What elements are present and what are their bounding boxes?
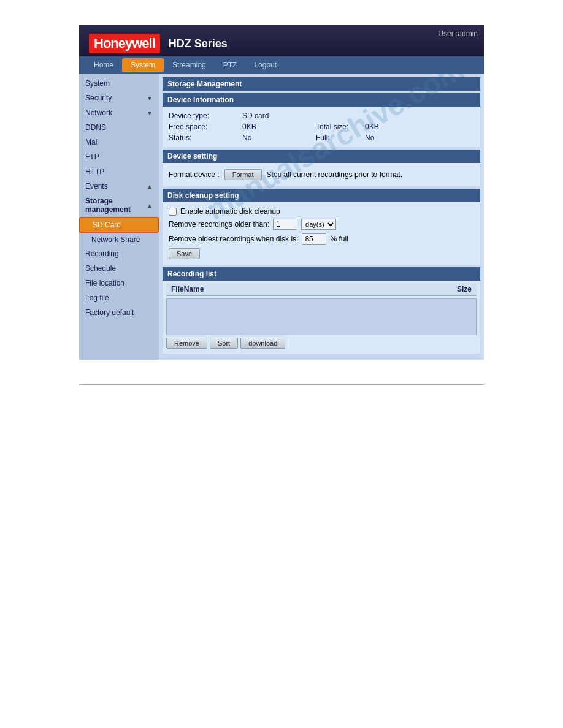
device-setting-header: Device setting: [163, 150, 480, 163]
percent-full-label: % full: [330, 235, 348, 243]
total-size-label: Total size:: [316, 123, 365, 131]
col-filename: FileName: [166, 283, 363, 296]
remove-disk-input[interactable]: [302, 233, 326, 245]
security-arrow-icon: ▼: [147, 95, 153, 102]
remove-older-input[interactable]: [273, 219, 297, 230]
free-space-row: Free space: 0KB Total size: 0KB: [169, 121, 474, 132]
content-area: manualsarchive.com Storage Management De…: [159, 74, 484, 360]
main-layout: System Security ▼ Network ▼ DDNS Mail FT…: [79, 74, 484, 360]
sidebar-item-schedule[interactable]: Schedule: [79, 261, 159, 276]
sidebar-item-http[interactable]: HTTP: [79, 164, 159, 179]
free-space-label: Free space:: [169, 123, 242, 131]
days-select[interactable]: day(s): [301, 219, 336, 230]
network-arrow-icon: ▼: [147, 110, 153, 116]
page-wrapper: Honeywell HDZ Series User :admin Home Sy…: [79, 25, 484, 385]
status-row: Status: No Full: No: [169, 132, 474, 143]
nav-ptz[interactable]: PTZ: [215, 58, 246, 72]
sidebar-item-system[interactable]: System: [79, 76, 159, 91]
format-button[interactable]: Format: [224, 169, 262, 180]
sidebar-item-sd-card[interactable]: SD Card: [79, 217, 159, 233]
device-setting-body: Format device : Format Stop all current …: [163, 163, 480, 186]
sidebar-item-ftp[interactable]: FTP: [79, 150, 159, 164]
disk-cleanup-body: Enable automatic disk cleanup Remove rec…: [163, 202, 480, 265]
remove-older-row: Remove recordings older than: day(s): [169, 217, 474, 232]
save-row: Save: [169, 246, 474, 261]
navbar: Home System Streaming PTZ Logout: [79, 56, 484, 74]
status-label: Status:: [169, 134, 242, 142]
enable-cleanup-row: Enable automatic disk cleanup: [169, 206, 474, 217]
nav-system[interactable]: System: [122, 58, 164, 72]
recording-list-header: Recording list: [163, 267, 480, 281]
status-value: No: [242, 134, 291, 142]
events-arrow-icon: ▲: [147, 183, 153, 190]
nav-logout[interactable]: Logout: [245, 58, 285, 72]
sidebar-item-network-share[interactable]: Network Share: [79, 233, 159, 246]
device-info-body: Device type: SD card Free space: 0KB Tot…: [163, 107, 480, 147]
sidebar-item-mail[interactable]: Mail: [79, 135, 159, 150]
save-button[interactable]: Save: [169, 248, 200, 259]
header: Honeywell HDZ Series User :admin: [79, 25, 484, 56]
format-device-label: Format device :: [169, 170, 220, 179]
logo-honeywell: Honeywell: [89, 34, 160, 53]
enable-cleanup-checkbox[interactable]: [169, 208, 177, 216]
sidebar-item-security[interactable]: Security ▼: [79, 91, 159, 105]
logo-series: HDZ Series: [169, 37, 228, 50]
sort-button[interactable]: Sort: [210, 338, 238, 349]
enable-cleanup-label: Enable automatic disk cleanup: [180, 207, 280, 216]
footer-divider: [79, 384, 484, 385]
full-label: Full:: [316, 134, 365, 142]
full-value: No: [365, 134, 374, 142]
sidebar-item-storage-management[interactable]: Storage management ▲: [79, 194, 159, 217]
format-note: Stop all current recordings prior to for…: [267, 170, 402, 179]
device-type-label: Device type:: [169, 112, 242, 120]
page-title: Storage Management: [163, 77, 480, 91]
storage-arrow-icon: ▲: [147, 202, 153, 209]
sidebar-item-log-file[interactable]: Log file: [79, 290, 159, 305]
recording-actions: Remove Sort download: [166, 335, 477, 351]
sidebar-item-factory-default[interactable]: Factory default: [79, 305, 159, 320]
device-type-value: SD card: [242, 112, 291, 120]
remove-older-label: Remove recordings older than:: [169, 220, 269, 229]
recording-list-area: [166, 298, 477, 335]
total-size-value: 0KB: [365, 123, 379, 131]
device-info-header: Device Information: [163, 93, 480, 107]
format-row: Format device : Format Stop all current …: [169, 167, 474, 183]
device-type-row: Device type: SD card: [169, 110, 474, 121]
nav-home[interactable]: Home: [85, 58, 122, 72]
sidebar-item-ddns[interactable]: DDNS: [79, 120, 159, 135]
sidebar-item-file-location[interactable]: File location: [79, 276, 159, 290]
disk-cleanup-header: Disk cleanup setting: [163, 189, 480, 202]
sidebar-item-recording[interactable]: Recording: [79, 246, 159, 261]
user-info: User :admin: [438, 29, 478, 38]
remove-disk-row: Remove oldest recordings when disk is: %…: [169, 232, 474, 246]
nav-streaming[interactable]: Streaming: [164, 58, 215, 72]
sidebar-item-events[interactable]: Events ▲: [79, 179, 159, 194]
col-size: Size: [363, 283, 477, 296]
remove-button[interactable]: Remove: [166, 338, 207, 349]
remove-disk-label: Remove oldest recordings when disk is:: [169, 235, 298, 243]
recording-list-body: FileName Size Remove Sort download: [163, 281, 480, 354]
download-button[interactable]: download: [240, 338, 285, 349]
recording-table: FileName Size: [166, 283, 477, 296]
sidebar: System Security ▼ Network ▼ DDNS Mail FT…: [79, 74, 159, 360]
free-space-value: 0KB: [242, 123, 291, 131]
sidebar-item-network[interactable]: Network ▼: [79, 105, 159, 120]
